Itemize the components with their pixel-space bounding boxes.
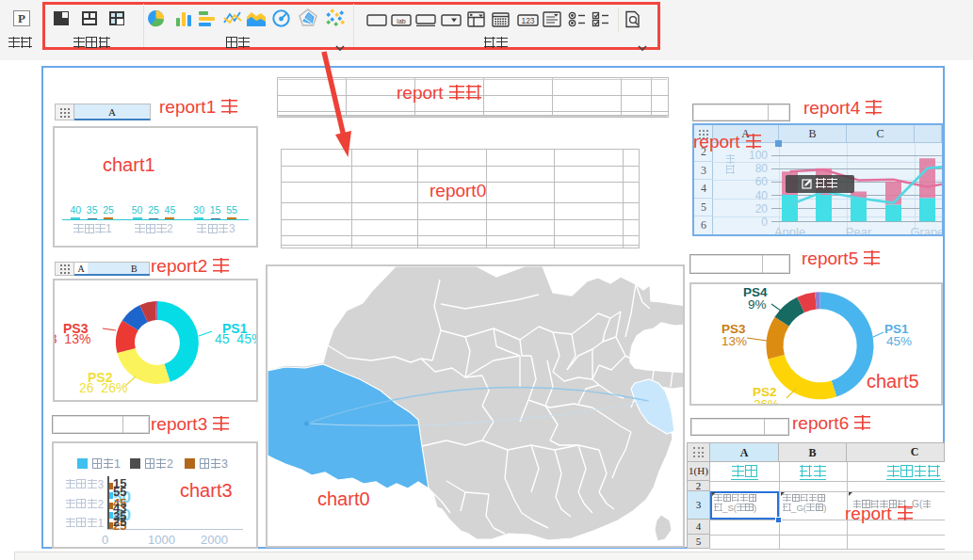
svg-text:lab: lab <box>397 18 405 24</box>
svg-text:123: 123 <box>521 16 534 25</box>
